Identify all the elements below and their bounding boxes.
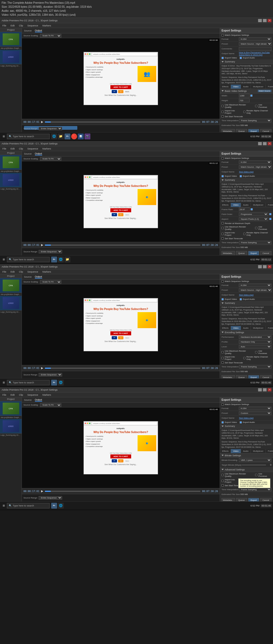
timeline-scrubber-4[interactable] bbox=[45, 491, 200, 492]
tab-video-2[interactable]: Video bbox=[231, 203, 241, 207]
max-render-cb-4[interactable] bbox=[222, 474, 224, 476]
sidebar-thumb-cpa-2[interactable]: CPA bbox=[0, 155, 22, 170]
export-btn-3[interactable]: Export bbox=[248, 375, 259, 378]
taskbar-icon-premiere-3[interactable]: Pr bbox=[51, 380, 57, 386]
bitrate-slider-4[interactable] bbox=[242, 465, 266, 465]
export-btn-4[interactable]: Export bbox=[248, 498, 259, 501]
encoding-section-3[interactable]: Encoding Settings bbox=[220, 330, 273, 335]
play-btn-3[interactable]: ▶ bbox=[41, 366, 43, 370]
render-depth-cb-2[interactable] bbox=[222, 222, 224, 224]
start-button-4[interactable]: ⊞ bbox=[1, 504, 6, 508]
sidebar-thumb-logo-3[interactable]: LOGO bbox=[0, 296, 22, 311]
cancel-btn-2[interactable]: Cancel bbox=[260, 251, 271, 255]
play-btn-4[interactable]: ▶ bbox=[41, 489, 43, 493]
summary-section-4[interactable]: Summary bbox=[220, 424, 273, 429]
tab-effects-1[interactable]: Effects bbox=[220, 85, 231, 89]
menu-file-3[interactable]: File bbox=[2, 270, 7, 273]
range-dropdown-3[interactable]: Entire Sequence bbox=[39, 373, 62, 376]
output-tab-1[interactable]: Output bbox=[35, 29, 42, 32]
render-alpha-cb-2[interactable] bbox=[243, 233, 246, 235]
metadata-btn-4[interactable]: Metadata... bbox=[222, 498, 235, 501]
export-video-cb-2[interactable] bbox=[222, 175, 224, 177]
output-name-value-4[interactable]: Test Video.mp4 bbox=[239, 417, 271, 419]
match-source-btn-1[interactable]: Match Source bbox=[258, 90, 271, 92]
use-prev-cb-4[interactable] bbox=[255, 474, 257, 476]
sidebar-thumb-cpa-4[interactable]: CPA bbox=[0, 401, 22, 416]
taskbar-icon-chrome-3[interactable]: 🌐 bbox=[58, 380, 64, 386]
match-seq-cb-3[interactable] bbox=[222, 280, 224, 282]
play-btn-1[interactable]: ▶ bbox=[41, 120, 43, 124]
close-button-3[interactable]: ✕ bbox=[268, 265, 271, 268]
menu-markers-4[interactable]: Markers bbox=[42, 393, 52, 396]
queue-btn-2[interactable]: Queue bbox=[236, 251, 247, 255]
taskbar-icon-file[interactable]: 📁 bbox=[58, 133, 64, 139]
export-audio-cb-2[interactable] bbox=[240, 175, 242, 177]
tab-effects-2[interactable]: Effects bbox=[220, 203, 231, 207]
cancel-btn-3[interactable]: Cancel bbox=[260, 375, 271, 378]
max-render-cb-3[interactable] bbox=[222, 351, 224, 353]
timeline-scrubber-1[interactable] bbox=[45, 121, 200, 123]
height-input-1[interactable] bbox=[239, 99, 250, 102]
queue-btn-1[interactable]: Queue bbox=[236, 129, 247, 132]
wp-add-cart-btn-4[interactable]: ADD TO CART bbox=[110, 454, 131, 458]
scaling-dropdown-3[interactable]: Scale To Fit bbox=[40, 280, 61, 284]
tab-effects-3[interactable]: Effects bbox=[220, 326, 231, 330]
summary-section-3[interactable]: Summary bbox=[220, 301, 273, 305]
tab-multiplexer-2[interactable]: Multiplexer bbox=[251, 203, 266, 207]
export-audio-cb-1[interactable] bbox=[240, 57, 242, 59]
menu-clip-1[interactable]: Clip bbox=[18, 24, 24, 27]
tab-audio-2[interactable]: Audio bbox=[241, 203, 251, 207]
menu-markers-1[interactable]: Markers bbox=[42, 24, 52, 27]
preset-select-2[interactable]: Match Source - High bitrate bbox=[239, 165, 272, 169]
start-button-1[interactable]: ⊞ bbox=[1, 134, 6, 138]
taskbar-icon-chrome-4[interactable]: 🌐 bbox=[58, 503, 64, 509]
wp-add-cart-btn-2[interactable]: ADD TO CART bbox=[110, 208, 131, 212]
menu-clip-4[interactable]: Clip bbox=[18, 393, 24, 396]
scaling-dropdown-1[interactable]: Scale To Fit bbox=[40, 34, 61, 38]
export-video-cb-4[interactable] bbox=[222, 421, 224, 423]
aspect-select-2[interactable]: Square Pixels (1.0) bbox=[239, 217, 268, 221]
import-cb-2[interactable] bbox=[222, 233, 224, 235]
field-order-cb-2[interactable] bbox=[269, 213, 271, 215]
output-tab-3[interactable]: Output bbox=[35, 275, 42, 278]
level-select-3[interactable]: Auto bbox=[239, 345, 271, 348]
tab-video-3[interactable]: Video bbox=[231, 326, 241, 330]
field-order-select-2[interactable]: Progressive bbox=[239, 213, 268, 216]
maximize-button-1[interactable]: □ bbox=[263, 19, 267, 22]
taskbar-icon-chrome[interactable]: 🔴 bbox=[71, 133, 77, 139]
export-btn-1[interactable]: Export bbox=[248, 129, 259, 132]
tab-audio-3[interactable]: Audio bbox=[241, 326, 251, 330]
close-button-2[interactable]: ✕ bbox=[268, 142, 271, 145]
queue-btn-4[interactable]: Queue bbox=[236, 498, 247, 501]
menu-sequence-1[interactable]: Sequence bbox=[27, 24, 39, 27]
taskbar-icon-app1[interactable]: 📊 bbox=[78, 133, 84, 139]
minimize-button-1[interactable]: _ bbox=[258, 19, 262, 22]
tab-multiplexer-1[interactable]: Multiplexer bbox=[251, 85, 266, 89]
metadata-btn-1[interactable]: Metadata... bbox=[222, 129, 235, 132]
wp-add-cart-btn-1[interactable]: ADD TO CART bbox=[110, 85, 131, 89]
interp-select-2[interactable]: Frame Sampling bbox=[239, 241, 271, 244]
tab-video-1[interactable]: Video bbox=[231, 85, 241, 89]
import-cb-3[interactable] bbox=[222, 357, 224, 359]
taskbar-icon-premiere[interactable]: Pr bbox=[65, 133, 70, 139]
preset-select-3[interactable]: Match Source - High bitrate bbox=[239, 288, 272, 292]
summary-section-2[interactable]: Summary bbox=[220, 178, 273, 182]
tab-multiplexer-4[interactable]: Multiplexer bbox=[251, 449, 266, 453]
sidebar-thumb-logo[interactable]: LOGO bbox=[0, 50, 22, 64]
format-select-2[interactable]: H.264 bbox=[239, 160, 271, 164]
tab-audio-1[interactable]: Audio bbox=[241, 85, 251, 89]
scaling-dropdown-4[interactable]: Scale To Fit bbox=[40, 403, 61, 407]
preset-select-1[interactable]: Match Source - High bitrate bbox=[239, 42, 272, 46]
source-tab-2[interactable]: Source bbox=[24, 152, 32, 155]
source-tab-1[interactable]: Source bbox=[24, 29, 32, 32]
taskbar-icon-chrome-2[interactable]: 🌐 bbox=[58, 257, 64, 262]
summary-section-1[interactable]: Summary bbox=[220, 60, 273, 64]
basic-video-section-1[interactable]: Basic Video Settings Match Source bbox=[220, 89, 273, 93]
metadata-btn-2[interactable]: Metadata... bbox=[222, 251, 235, 255]
menu-clip-2[interactable]: Clip bbox=[18, 147, 24, 150]
scaling-dropdown-2[interactable]: Scale To Fit bbox=[40, 157, 61, 161]
menu-file-4[interactable]: File bbox=[2, 393, 7, 396]
advanced-section-4[interactable]: Advanced Settings bbox=[220, 468, 273, 472]
bitrate-enc-select-4[interactable]: VBR, 1 pass bbox=[239, 458, 271, 462]
minimize-button-4[interactable]: _ bbox=[258, 388, 262, 391]
